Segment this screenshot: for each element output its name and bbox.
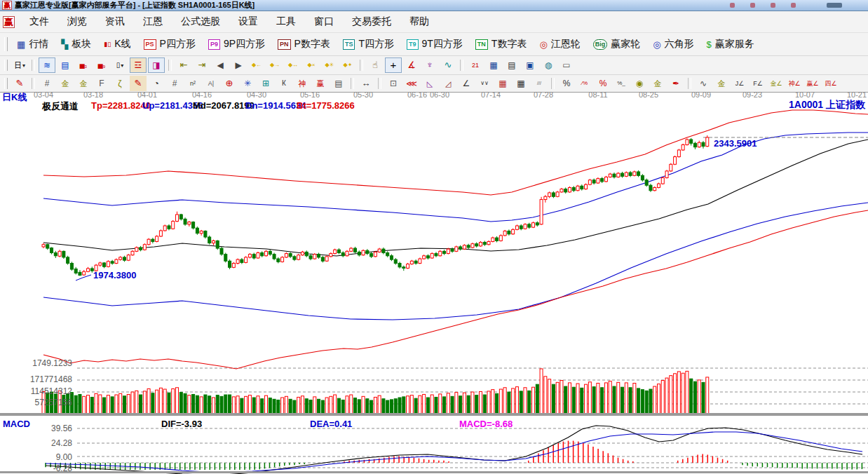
kline-chart-canvas[interactable] bbox=[0, 0, 868, 474]
chart-area: 03-0403-1804-0104-1604-3005-1605-3006-16… bbox=[0, 0, 868, 474]
